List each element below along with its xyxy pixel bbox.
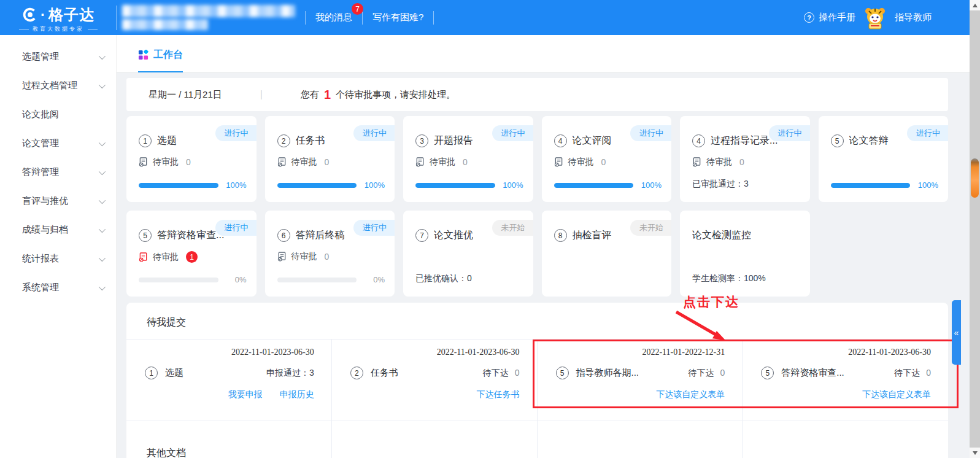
stage-number: 2 bbox=[350, 367, 363, 379]
writing-help-button[interactable]: 写作有困难? bbox=[371, 9, 425, 26]
submit-card-title: 选题 bbox=[165, 367, 183, 379]
stage-card-defense-qualification[interactable]: 进行中 5 答辩资格审查... 待审批 1 0% bbox=[126, 211, 257, 297]
vertical-scrollbar[interactable] bbox=[970, 0, 980, 458]
chevron-down-icon bbox=[99, 168, 106, 174]
sidebar-item-label: 系统管理 bbox=[22, 282, 99, 293]
progress-label: 100% bbox=[500, 180, 523, 190]
stage-number: 1 bbox=[139, 134, 152, 147]
stage-card-detection-monitor[interactable]: 论文检测监控 学生检测率：100% bbox=[680, 211, 810, 297]
apply-link[interactable]: 我要申报 bbox=[228, 389, 263, 400]
status-label: 待下达 bbox=[483, 368, 509, 378]
main-area: 工作台 星期一 / 11月21日 | 您有 1 个待审批事项，请安排处理。 进行… bbox=[117, 35, 970, 458]
my-messages-button[interactable]: 我的消息 7 bbox=[314, 9, 353, 26]
status-label: 申报通过： bbox=[266, 368, 309, 378]
stage-card-paper-review[interactable]: 进行中 4 论文评阅 待审批 0 100% bbox=[542, 116, 672, 202]
issue-custom-form-link[interactable]: 下达该自定义表单 bbox=[862, 389, 931, 400]
submit-card-title: 任务书 bbox=[371, 367, 398, 379]
tab-workbench[interactable]: 工作台 bbox=[138, 49, 183, 72]
apply-history-link[interactable]: 申报历史 bbox=[280, 389, 314, 400]
other-docs-title: 其他文档 bbox=[147, 447, 314, 458]
pending-label: 待审批 bbox=[291, 157, 317, 168]
stage-title: 开题报告 bbox=[434, 134, 473, 147]
stage-card-task-book[interactable]: 进行中 2 任务书 待审批 0 100% bbox=[265, 116, 395, 202]
stage-card-final-draft[interactable]: 进行中 6 答辩后终稿 待审批 0 0% bbox=[265, 211, 395, 297]
sidebar-item-blind-review[interactable]: 盲评与推优 bbox=[0, 187, 116, 215]
sidebar-item-statistics[interactable]: 统计报表 bbox=[0, 244, 116, 273]
sidebar-item-label: 成绩与归档 bbox=[22, 224, 99, 236]
stage-card-guidance-record[interactable]: 进行中 4 过程指导记录... 待审批 0 已审批通过：3 bbox=[680, 116, 810, 202]
manual-button[interactable]: ? 操作手册 bbox=[803, 9, 857, 26]
status-badge: 进行中 bbox=[907, 125, 948, 141]
date-range: 2022-11-01-2023-06-30 bbox=[350, 347, 520, 357]
progress-bar: 100% bbox=[277, 180, 385, 190]
stage-card-paper-recommendation[interactable]: 未开始 7 论文推优 已推优确认：0 bbox=[403, 211, 533, 297]
approved-count-text: 已审批通过：3 bbox=[692, 179, 749, 188]
sidebar-item-system-management[interactable]: 系统管理 bbox=[0, 273, 116, 302]
pending-label: 待审批 bbox=[568, 157, 594, 168]
status-badge: 进行中 bbox=[353, 125, 395, 141]
collapse-panel-handle[interactable]: « bbox=[952, 300, 961, 365]
sidebar-item-label: 论文管理 bbox=[22, 138, 99, 149]
stage-card-proposal-report[interactable]: 进行中 3 开题报告 待审批 0 100% bbox=[403, 116, 533, 202]
sidebar-item-grades-archive[interactable]: 成绩与归档 bbox=[0, 215, 116, 244]
pending-label: 待审批 bbox=[153, 252, 179, 263]
double-chevron-left-icon: « bbox=[954, 328, 959, 338]
sidebar-item-label: 论文批阅 bbox=[22, 109, 104, 120]
role-label[interactable]: 指导教师 bbox=[893, 9, 933, 26]
annotation-arrow bbox=[668, 307, 735, 345]
stage-cards-row1: 进行中 1 选题 待审批 0 100% bbox=[126, 116, 948, 202]
logo-subtitle: 教育大数据专家 bbox=[19, 25, 98, 33]
progress-bar: 100% bbox=[139, 180, 247, 190]
document-review-icon bbox=[139, 252, 148, 262]
stage-card-sampling-blind-review[interactable]: 未开始 8 抽检盲评 bbox=[542, 211, 672, 297]
progress-bar: 0% bbox=[277, 275, 385, 284]
sidebar-item-defense-management[interactable]: 答辩管理 bbox=[0, 158, 116, 187]
pending-count: 0 bbox=[739, 157, 744, 167]
pending-label: 待审批 bbox=[706, 157, 732, 168]
workbench-icon bbox=[138, 50, 149, 60]
document-review-icon bbox=[277, 252, 287, 262]
scroll-down-button[interactable] bbox=[970, 448, 980, 458]
sidebar-item-paper-review[interactable]: 论文批阅 bbox=[0, 100, 116, 129]
status-badge: 进行中 bbox=[492, 125, 533, 141]
stage-number: 8 bbox=[554, 229, 567, 242]
sidebar-item-paper-management[interactable]: 论文管理 bbox=[0, 129, 116, 158]
document-review-icon bbox=[415, 157, 425, 167]
sidebar-item-label: 盲评与推优 bbox=[22, 195, 99, 207]
pending-label: 待审批 bbox=[153, 157, 179, 168]
submit-card-teacher-periodic-form: 2022-11-01-2022-12-31 5 指导教师各期... 待下达0 下… bbox=[538, 340, 743, 421]
censored-bar bbox=[122, 5, 295, 17]
stage-number: 7 bbox=[415, 229, 428, 242]
app-header: · 格子达 教育大数据专家 我的消息 7 写作有困难? ? 操作手册 bbox=[0, 0, 970, 35]
stage-number: 2 bbox=[277, 134, 290, 147]
sidebar-item-process-docs[interactable]: 过程文档管理 bbox=[0, 71, 116, 100]
pending-count: 0 bbox=[325, 252, 330, 262]
stage-title: 答辩后终稿 bbox=[296, 229, 345, 242]
nav-divider bbox=[362, 11, 363, 25]
progress-label: 100% bbox=[361, 180, 385, 190]
other-docs-cell: 其他文档 bbox=[126, 421, 332, 458]
chevron-down-icon bbox=[99, 196, 106, 203]
scrollbar-thumb[interactable] bbox=[971, 158, 979, 198]
scroll-up-button[interactable] bbox=[970, 0, 980, 10]
status-badge: 进行中 bbox=[630, 125, 671, 141]
stage-title: 答辩资格审查... bbox=[157, 229, 224, 242]
tab-bar: 工作台 bbox=[117, 35, 970, 72]
issue-custom-form-link[interactable]: 下达该自定义表单 bbox=[656, 389, 725, 400]
logo-dot: · bbox=[41, 6, 46, 23]
sidebar-item-label: 统计报表 bbox=[22, 253, 99, 265]
status-badge: 未开始 bbox=[630, 220, 671, 236]
sidebar-item-topic-management[interactable]: 选题管理 bbox=[0, 42, 116, 71]
issue-task-book-link[interactable]: 下达任务书 bbox=[477, 389, 520, 400]
greeting-text-after: 个待审批事项，请安排处理。 bbox=[336, 89, 455, 101]
censored-bar bbox=[122, 19, 208, 30]
submit-card-topic: 2022-11-01-2023-06-30 1 选题 申报通过：3 我要申报 申… bbox=[126, 340, 332, 421]
pending-label: 待审批 bbox=[291, 251, 317, 262]
progress-bar: 0% bbox=[139, 275, 247, 284]
status-value: 0 bbox=[720, 368, 725, 378]
avatar[interactable] bbox=[863, 6, 887, 30]
stage-card-defense[interactable]: 进行中 5 论文答辩 100% bbox=[819, 116, 949, 202]
chevron-down-icon bbox=[99, 81, 106, 88]
pending-count: 0 bbox=[463, 157, 468, 167]
stage-card-topic[interactable]: 进行中 1 选题 待审批 0 100% bbox=[126, 116, 257, 202]
